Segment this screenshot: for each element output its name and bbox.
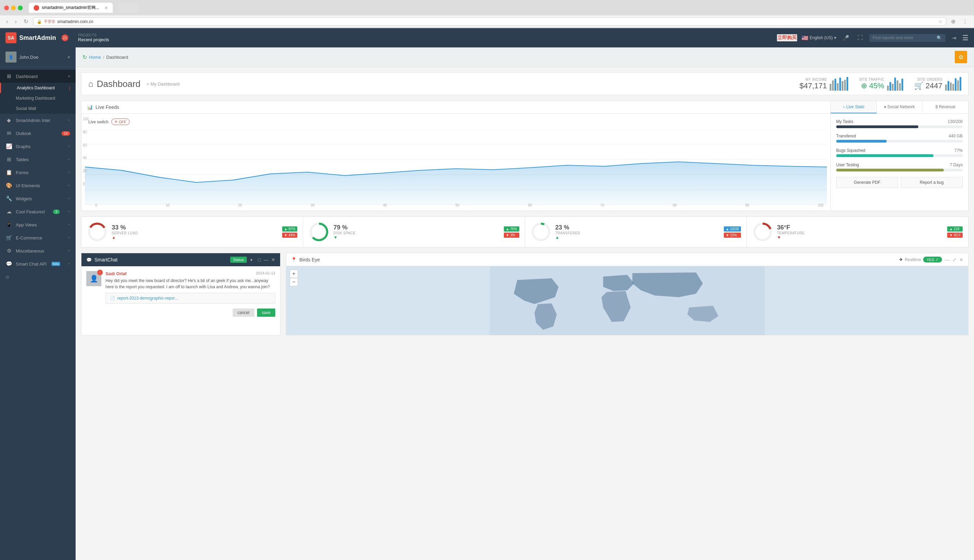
realtime-toggle[interactable]: YES ✓ — [923, 257, 942, 262]
buy-button[interactable]: 立即购买 — [777, 34, 797, 42]
transfered-label-row: Transfered 440 GB — [836, 133, 963, 138]
miscellaneous-expand-icon[interactable]: + — [68, 248, 70, 253]
chat-attachment[interactable]: 📄 report-2013-demographic-repor... — [105, 293, 275, 304]
back-button[interactable]: ‹ — [4, 18, 10, 25]
hamburger-menu-button[interactable]: ☰ — [962, 34, 969, 42]
sidebar-item-outlook[interactable]: ✉ Outlook 14 — [0, 127, 76, 140]
user-name: John.Doe — [19, 55, 38, 60]
forms-expand-icon[interactable]: + — [68, 170, 70, 175]
outlook-icon: ✉ — [5, 130, 12, 137]
chart-svg-wrap — [85, 129, 827, 205]
cool-features-expand-icon[interactable]: + — [68, 209, 70, 214]
recent-projects[interactable]: Recent projects — [78, 37, 109, 42]
chat-status-chevron[interactable]: ▾ — [250, 257, 253, 262]
user-dropdown-icon[interactable]: ▾ — [68, 55, 70, 60]
close-dot[interactable] — [4, 5, 9, 10]
chat-cancel-button[interactable]: cancel — [233, 308, 254, 317]
sidebar-item-app-views[interactable]: 📱 App Views + — [0, 218, 76, 231]
reload-button[interactable]: ↻ — [22, 18, 30, 25]
sidebar-item-smart-chat-api[interactable]: 💬 Smart Chat API beta + — [0, 257, 76, 270]
attachment-name: report-2013-demographic-repor... — [117, 296, 178, 301]
tab-live-stats[interactable]: ○ Live Stats — [831, 101, 877, 113]
x-label-0: 0 — [95, 203, 97, 207]
report-bug-button[interactable]: Report a bug — [901, 177, 963, 188]
site-traffic-block: SITE TRAFFIC ⊕ 45% — [859, 77, 903, 91]
sidebar-item-social-wall[interactable]: Social Wall — [0, 103, 76, 114]
dashboard-collapse-icon[interactable]: ▾ — [68, 74, 70, 79]
live-stats-tab-icon: ○ — [843, 105, 845, 109]
sidebar-item-analytics-dashboard[interactable]: Analytics Dashboard | — [0, 83, 76, 93]
language-button[interactable]: 🇺🇸 English (US) ▾ — [801, 35, 836, 41]
app-views-expand-icon[interactable]: + — [68, 222, 70, 227]
widgets-expand-icon[interactable]: + — [68, 196, 70, 201]
chat-actions: cancel save — [86, 308, 275, 317]
sidebar-bottom-icon[interactable]: ⊙ — [0, 270, 76, 284]
live-switch-button[interactable]: ✕ OFF — [111, 118, 130, 125]
chat-save-button[interactable]: save — [257, 308, 275, 317]
sidebar-item-widgets[interactable]: 🔧 Widgets + — [0, 192, 76, 205]
y-label-40: 40 — [83, 156, 89, 160]
sidebar-item-smartadmin-intel[interactable]: ◆ SmartAdmin Intel + — [0, 114, 76, 127]
smartadmin-intel-expand-icon[interactable]: + — [68, 118, 70, 123]
sidebar-item-ui-elements[interactable]: 🎨 UI Elements + — [0, 179, 76, 192]
tables-expand-icon[interactable]: + — [68, 157, 70, 162]
sidebar-item-forms[interactable]: 📋 Forms + — [0, 166, 76, 179]
bookmark-icon[interactable]: ☆ — [939, 19, 942, 24]
search-input[interactable] — [872, 35, 934, 40]
generate-pdf-button[interactable]: Generate PDF — [836, 177, 898, 188]
fullscreen-button[interactable]: ⛶ — [856, 33, 865, 43]
extensions-button[interactable]: ⊕ — [949, 18, 957, 25]
browser-menu-button[interactable]: ⋮ — [960, 18, 970, 25]
chat-status-button[interactable]: Status — [230, 257, 247, 263]
map-zoom-out-button[interactable]: — — [945, 257, 950, 262]
sidebar-user[interactable]: 👤 John.Doe ▾ — [0, 47, 76, 67]
ecommerce-expand-icon[interactable]: + — [68, 235, 70, 240]
transfered-label: Transfered — [836, 133, 856, 138]
dashboard-subtitle: > My Dashboard — [147, 82, 180, 87]
address-bar[interactable]: 🔒 不安全 smartadmin.com.cn ☆ — [33, 17, 946, 26]
sidebar-item-graphs[interactable]: 📈 Graphs + — [0, 140, 76, 153]
my-income-block: MY INCOME $47,171 — [799, 77, 848, 91]
beta-badge: beta — [52, 262, 60, 266]
settings-button[interactable]: ⚙ — [955, 51, 967, 63]
maximize-dot[interactable] — [18, 5, 23, 10]
chart-panel: 📊 Live Feeds Live switch ✕ OFF — [82, 101, 831, 211]
live-switch-area: Live switch ✕ OFF — [85, 117, 827, 127]
refresh-icon[interactable]: ↻ — [82, 54, 87, 60]
smart-chat-api-expand-icon[interactable]: + — [68, 262, 70, 266]
forward-nav-button[interactable]: ⇥ — [950, 33, 958, 43]
map-expand-button[interactable]: ⤢ — [952, 257, 956, 262]
orders-bar-3 — [950, 82, 952, 91]
chart-header: 📊 Live Feeds — [82, 101, 831, 114]
breadcrumb-home[interactable]: Home — [89, 55, 101, 60]
tab-close-icon[interactable]: ✕ — [105, 5, 108, 10]
microphone-button[interactable]: 🎤 — [840, 33, 851, 43]
sidebar-item-miscellaneous[interactable]: ⚙ Miscellaneous + — [0, 244, 76, 257]
ui-elements-expand-icon[interactable]: + — [68, 183, 70, 188]
sidebar-item-marketing-dashboard[interactable]: Marketing Dashboard — [0, 93, 76, 103]
minimize-dot[interactable] — [11, 5, 16, 10]
sidebar-item-ecommerce[interactable]: 🛒 E-Commerce + — [0, 231, 76, 244]
header-right: 立即购买 🇺🇸 English (US) ▾ 🎤 ⛶ 🔍 ⇥ ☰ — [777, 33, 969, 43]
tab-social-network[interactable]: ♦ Social Network — [877, 101, 923, 113]
forward-button[interactable]: › — [13, 18, 18, 25]
analytics-dashboard-label: Analytics Dashboard — [17, 85, 55, 90]
site-traffic-label: SITE TRAFFIC — [859, 78, 884, 82]
map-close-button[interactable]: ✕ — [959, 257, 963, 262]
tab-revenue[interactable]: $ Revenue — [922, 101, 968, 113]
transfered-trend: ▲ 10GB ▼ 10% — [724, 227, 741, 238]
notification-badge[interactable]: 21 — [62, 34, 68, 41]
chat-close-button[interactable]: ✕ — [271, 257, 275, 262]
chat-collapse-button[interactable]: — — [264, 257, 269, 262]
graphs-expand-icon[interactable]: + — [68, 144, 70, 149]
sidebar-item-dashboard[interactable]: ⊞ Dashboard ▾ — [0, 70, 76, 83]
browser-tab[interactable]: smartadmin_smartadmin官网... ✕ — [29, 3, 113, 13]
sidebar-item-tables[interactable]: ⊞ Tables + — [0, 153, 76, 166]
chat-minimize-icon[interactable]: □ — [258, 257, 261, 262]
site-traffic-chart — [887, 77, 903, 91]
chart-bar-5 — [839, 78, 841, 91]
search-icon[interactable]: 🔍 — [937, 35, 942, 40]
sidebar-item-cool-features[interactable]: ☁ Cool Features! 3 + — [0, 205, 76, 218]
chat-message: 👤 ! Sadi Orlaf 2014-01-13 Hey did you me… — [86, 271, 275, 304]
orders-bar-7 — [959, 77, 961, 91]
